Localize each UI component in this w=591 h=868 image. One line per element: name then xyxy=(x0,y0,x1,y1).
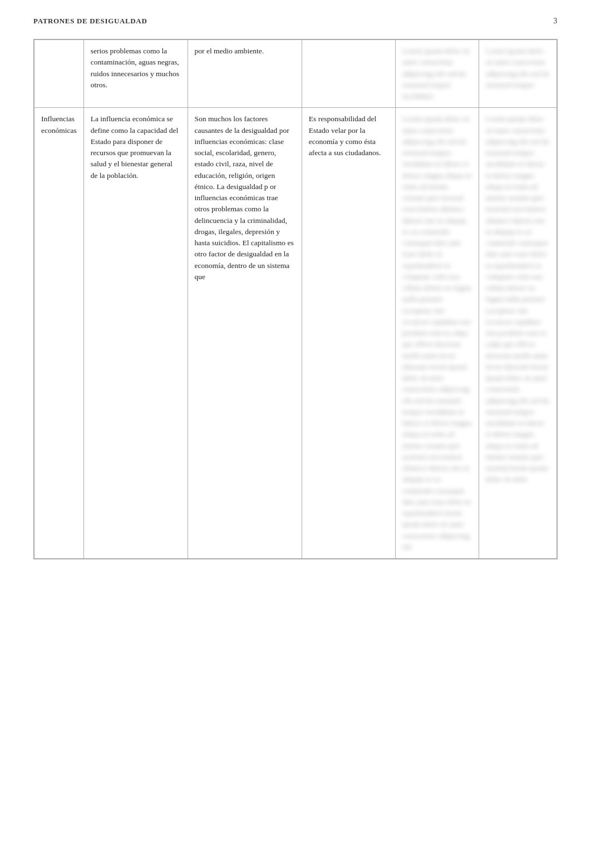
cell-r2-c6: Lorem ipsum dolor sit amet consectetur a… xyxy=(479,108,556,559)
cell-r1-c6: Lorem ipsum dolor sit amet consectetur a… xyxy=(479,40,556,108)
cell-r2-c3: Son muchos los factores causantes de la … xyxy=(188,108,302,559)
cell-text: Es responsabilidad del Estado velar por … xyxy=(309,115,381,157)
cell-r1-c1 xyxy=(35,40,84,108)
page-number: 3 xyxy=(553,17,558,26)
cell-r2-c4: Es responsabilidad del Estado velar por … xyxy=(302,108,395,559)
main-table-container: serios problemas como la contaminación, … xyxy=(33,39,558,559)
cell-r2-c2: La influencia económica se define como l… xyxy=(83,108,188,559)
header-title: PATRONES DE DESIGUALDAD xyxy=(33,17,147,26)
cell-r2-c1: Influencias económicas xyxy=(35,108,84,559)
cell-r1-c5: Lorem ipsum dolor sit amet consectetur a… xyxy=(396,40,479,108)
cell-text: por el medio ambiente. xyxy=(195,47,264,55)
cell-r2-c5: Lorem ipsum dolor sit amet consectetur a… xyxy=(396,108,479,559)
cell-text: La influencia económica se define como l… xyxy=(91,115,178,179)
cell-r1-c4 xyxy=(302,40,395,108)
page-header: PATRONES DE DESIGUALDAD 3 xyxy=(33,17,558,26)
content-table: serios problemas como la contaminación, … xyxy=(34,39,557,559)
table-row: serios problemas como la contaminación, … xyxy=(35,40,557,108)
cell-r1-c3: por el medio ambiente. xyxy=(188,40,302,108)
row-header-text: Influencias económicas xyxy=(41,115,77,134)
cell-text: Son muchos los factores causantes de la … xyxy=(195,115,294,281)
cell-text: serios problemas como la contaminación, … xyxy=(91,47,179,89)
cell-r1-c2: serios problemas como la contaminación, … xyxy=(83,40,188,108)
table-row: Influencias económicas La influencia eco… xyxy=(35,108,557,559)
